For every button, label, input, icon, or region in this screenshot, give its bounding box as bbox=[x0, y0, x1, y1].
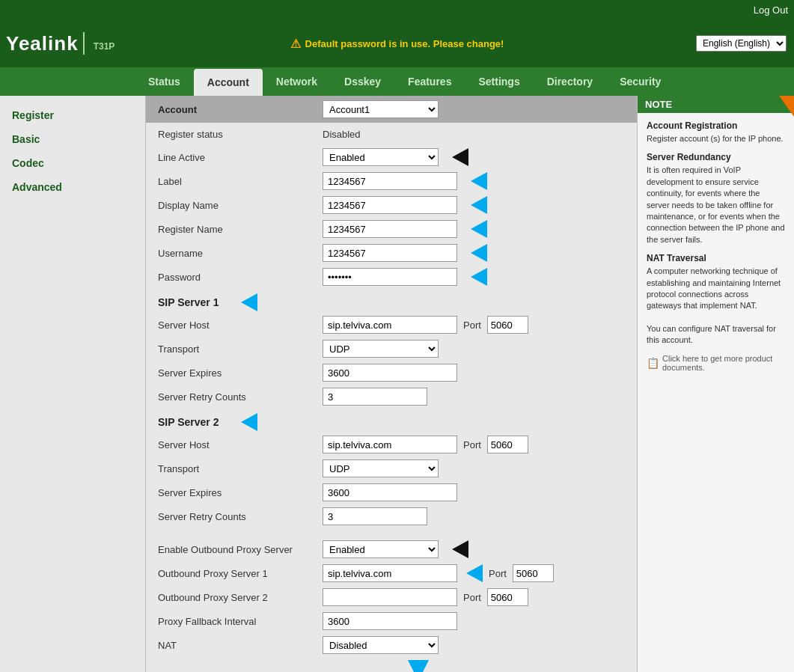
password-field bbox=[323, 268, 625, 286]
tab-security[interactable]: Security bbox=[606, 67, 674, 96]
outbound1-input[interactable] bbox=[323, 564, 457, 582]
outbound2-input[interactable] bbox=[323, 588, 457, 606]
sip1-expires-label: Server Expires bbox=[158, 367, 323, 379]
tab-status[interactable]: Status bbox=[135, 67, 194, 96]
sip1-expires-row: Server Expires bbox=[146, 361, 637, 385]
register-status-field: Disabled bbox=[323, 129, 625, 140]
sip1-transport-select[interactable]: UDP bbox=[323, 340, 439, 358]
down-arrow bbox=[408, 660, 429, 672]
password-row: Password bbox=[146, 265, 637, 289]
content-area: Account Account1 Register status Disable… bbox=[146, 96, 637, 672]
username-arrow bbox=[471, 244, 487, 262]
sip1-port-input[interactable] bbox=[487, 316, 528, 334]
note-account-title: Account Registration bbox=[647, 120, 785, 131]
sip2-retry-input[interactable] bbox=[323, 507, 427, 525]
nat-label: NAT bbox=[158, 640, 323, 651]
register-name-row: Register Name bbox=[146, 217, 637, 241]
register-status-row: Register status Disabled bbox=[146, 123, 637, 145]
tab-dsskey[interactable]: Dsskey bbox=[331, 67, 394, 96]
sip2-host-field: Port bbox=[323, 436, 625, 453]
proxy-fallback-label: Proxy Fallback Interval bbox=[158, 616, 323, 627]
outbound1-row: Outbound Proxy Server 1 Port bbox=[146, 561, 637, 585]
outbound-proxy-select[interactable]: Enabled bbox=[323, 540, 439, 558]
note-section-redundancy: Server Redundancy It is often required i… bbox=[647, 152, 785, 245]
main-layout: Register Basic Codec Advanced Account Ac… bbox=[0, 96, 794, 672]
note-section-nat: NAT Traversal A computer networking tech… bbox=[647, 253, 785, 346]
outbound-proxy-arrow bbox=[452, 540, 468, 558]
line-active-row: Line Active Enabled bbox=[146, 145, 637, 169]
sip2-expires-input[interactable] bbox=[323, 483, 457, 501]
register-name-field bbox=[323, 220, 625, 238]
display-name-input[interactable] bbox=[323, 196, 457, 214]
outbound2-port-input[interactable] bbox=[487, 588, 528, 606]
nav-tabs: Status Account Network Dsskey Features S… bbox=[0, 67, 794, 96]
sip2-host-label: Server Host bbox=[158, 439, 323, 450]
nat-select[interactable]: Disabled bbox=[323, 636, 439, 654]
sip2-expires-label: Server Expires bbox=[158, 487, 323, 498]
top-bar: Log Out bbox=[0, 0, 794, 19]
proxy-fallback-field bbox=[323, 612, 625, 630]
nat-field: Disabled bbox=[323, 636, 625, 654]
account-select[interactable]: Account1 bbox=[323, 100, 439, 118]
warning-icon: ⚠ bbox=[290, 37, 301, 51]
tab-network[interactable]: Network bbox=[263, 67, 331, 96]
sip2-transport-row: Transport UDP bbox=[146, 456, 637, 480]
warning-text: Default password is in use. Please chang… bbox=[305, 38, 504, 49]
note-redundancy-text: It is often required in VoIP development… bbox=[647, 165, 785, 245]
account-header-row: Account Account1 bbox=[146, 96, 637, 123]
sidebar-item-advanced[interactable]: Advanced bbox=[0, 175, 145, 199]
outbound-proxy-label: Enable Outbound Proxy Server bbox=[158, 544, 323, 555]
proxy-fallback-input[interactable] bbox=[323, 612, 457, 630]
sip2-transport-field: UDP bbox=[323, 459, 625, 477]
note-nat-text: A computer networking technique of estab… bbox=[647, 266, 785, 346]
sip2-transport-select[interactable]: UDP bbox=[323, 459, 439, 477]
line-active-select[interactable]: Enabled bbox=[323, 148, 439, 166]
note-link-text: Click here to get more product documents… bbox=[662, 354, 785, 372]
sip2-retry-label: Server Retry Counts bbox=[158, 511, 323, 522]
register-name-input[interactable] bbox=[323, 220, 457, 238]
model-name: T31P bbox=[94, 41, 115, 52]
outbound-proxy-field: Enabled bbox=[323, 540, 625, 558]
note-section-account: Account Registration Register account (s… bbox=[647, 120, 785, 144]
username-row: Username bbox=[146, 241, 637, 265]
header: Yealink T31P ⚠ Default password is in us… bbox=[0, 19, 794, 67]
sip2-retry-row: Server Retry Counts bbox=[146, 504, 637, 528]
sidebar-item-basic[interactable]: Basic bbox=[0, 127, 145, 151]
label-row: Label bbox=[146, 169, 637, 193]
sip2-transport-label: Transport bbox=[158, 463, 323, 474]
username-input[interactable] bbox=[323, 244, 457, 262]
logo-divider bbox=[83, 32, 85, 55]
sip1-expires-input[interactable] bbox=[323, 364, 457, 382]
outbound1-port-input[interactable] bbox=[513, 564, 554, 582]
note-account-text: Register account (s) for the IP phone. bbox=[647, 133, 785, 144]
label-field bbox=[323, 172, 625, 190]
label-input[interactable] bbox=[323, 172, 457, 190]
language-select[interactable]: English (English) bbox=[696, 35, 787, 52]
note-title: NOTE bbox=[638, 96, 794, 113]
outbound1-field: Port bbox=[323, 564, 625, 582]
password-input[interactable] bbox=[323, 268, 457, 286]
sidebar-item-codec[interactable]: Codec bbox=[0, 151, 145, 175]
note-link[interactable]: 📋 Click here to get more product documen… bbox=[647, 354, 785, 372]
display-name-arrow bbox=[471, 196, 487, 214]
note-link-icon: 📋 bbox=[647, 357, 659, 369]
sip2-host-input[interactable] bbox=[323, 436, 457, 453]
sip1-retry-input[interactable] bbox=[323, 388, 427, 406]
outbound2-label: Outbound Proxy Server 2 bbox=[158, 592, 323, 603]
sip2-port-input[interactable] bbox=[487, 436, 528, 453]
sidebar-item-register[interactable]: Register bbox=[0, 103, 145, 127]
tab-features[interactable]: Features bbox=[394, 67, 465, 96]
logout-link[interactable]: Log Out bbox=[754, 4, 788, 16]
tab-account[interactable]: Account bbox=[194, 69, 263, 96]
tab-settings[interactable]: Settings bbox=[465, 67, 533, 96]
display-name-field bbox=[323, 196, 625, 214]
note-panel: NOTE Account Registration Register accou… bbox=[637, 96, 794, 672]
outbound-proxy-row: Enable Outbound Proxy Server Enabled bbox=[146, 537, 637, 561]
display-name-label: Display Name bbox=[158, 200, 323, 211]
password-arrow bbox=[471, 268, 487, 286]
sip1-host-input[interactable] bbox=[323, 316, 457, 334]
line-active-field: Enabled bbox=[323, 148, 625, 166]
note-redundancy-title: Server Redundancy bbox=[647, 152, 785, 162]
username-label: Username bbox=[158, 248, 323, 259]
tab-directory[interactable]: Directory bbox=[534, 67, 606, 96]
